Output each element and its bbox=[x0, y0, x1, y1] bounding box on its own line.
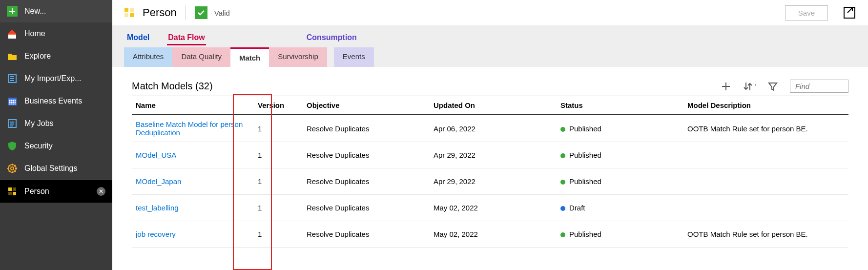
close-icon[interactable]: ✕ bbox=[97, 187, 105, 196]
column-name[interactable]: Name bbox=[132, 96, 254, 114]
status-dot-icon bbox=[560, 180, 565, 185]
import-export-icon bbox=[7, 73, 18, 84]
sidebar-label: Home bbox=[24, 29, 105, 38]
sidebar-label: New... bbox=[24, 7, 105, 16]
cell-status: Published bbox=[557, 172, 683, 190]
tab-model[interactable]: Model bbox=[126, 31, 150, 45]
home-icon bbox=[7, 28, 18, 39]
content: Match Models (32) Name Version Objective bbox=[112, 67, 868, 270]
tab-data-flow[interactable]: Data Flow bbox=[167, 31, 206, 45]
table-row[interactable]: MOdel_Japan1Resolve DuplicatesApr 29, 20… bbox=[132, 168, 848, 195]
filter-icon[interactable] bbox=[766, 80, 779, 93]
sidebar-item-new[interactable]: New... bbox=[0, 0, 112, 22]
table-row[interactable]: job recovery1Resolve DuplicatesMay 02, 2… bbox=[132, 221, 848, 248]
status-dot-icon bbox=[560, 153, 565, 158]
subtab-data-quality[interactable]: Data Quality bbox=[172, 47, 230, 67]
find-input[interactable] bbox=[790, 80, 848, 93]
cell-version: 1 bbox=[254, 120, 303, 138]
table-header: Name Version Objective Updated On Status… bbox=[132, 96, 848, 115]
gear-icon bbox=[7, 163, 18, 174]
cell-updated: Apr 29, 2022 bbox=[430, 172, 557, 190]
svg-rect-9 bbox=[13, 187, 16, 191]
subtab-survivorship[interactable]: Survivorship bbox=[269, 47, 327, 67]
cell-name[interactable]: job recovery bbox=[132, 225, 254, 243]
cell-name[interactable]: MOdel_Japan bbox=[132, 172, 254, 190]
column-objective[interactable]: Objective bbox=[303, 96, 430, 114]
cell-version: 1 bbox=[254, 199, 303, 217]
cell-description bbox=[683, 150, 848, 160]
cell-name[interactable]: MOdel_USA bbox=[132, 146, 254, 164]
svg-rect-8 bbox=[8, 187, 12, 191]
subtab-match[interactable]: Match bbox=[230, 47, 269, 67]
subtab-events[interactable]: Events bbox=[334, 47, 374, 67]
tab-consumption[interactable]: Consumption bbox=[306, 31, 358, 45]
svg-rect-11 bbox=[13, 192, 16, 195]
cell-status: Published bbox=[557, 146, 683, 164]
sidebar-item-security[interactable]: Security bbox=[0, 135, 112, 157]
jobs-icon bbox=[7, 118, 18, 129]
sidebar-label: Security bbox=[24, 142, 105, 150]
check-icon bbox=[195, 6, 207, 19]
cell-updated: Apr 29, 2022 bbox=[430, 146, 557, 164]
svg-rect-12 bbox=[124, 8, 128, 12]
cell-objective: Resolve Duplicates bbox=[303, 225, 430, 243]
topbar: Person Valid Save bbox=[112, 0, 868, 25]
shield-icon bbox=[7, 141, 18, 151]
list-title: Match Models (32) bbox=[132, 81, 720, 92]
svg-rect-15 bbox=[130, 13, 134, 17]
external-link-icon[interactable] bbox=[842, 5, 857, 21]
cell-description: OOTB Match Rule set for person BE. bbox=[683, 120, 848, 138]
cell-version: 1 bbox=[254, 146, 303, 164]
sidebar-label: My Jobs bbox=[24, 119, 105, 128]
sidebar-label: Global Settings bbox=[24, 164, 105, 173]
list-header: Match Models (32) bbox=[132, 80, 848, 93]
status-dot-icon bbox=[560, 232, 565, 237]
cell-objective: Resolve Duplicates bbox=[303, 146, 430, 164]
column-version[interactable]: Version bbox=[254, 96, 303, 114]
cell-name[interactable]: Baseline Match Model for person Deduplic… bbox=[132, 115, 254, 142]
tabband: Model Data Flow Consumption Attributes D… bbox=[112, 25, 868, 67]
divider bbox=[186, 5, 186, 20]
sidebar-label: My Import/Exp... bbox=[24, 74, 105, 83]
cell-updated: May 02, 2022 bbox=[430, 225, 557, 243]
folder-icon bbox=[7, 51, 18, 62]
svg-point-7 bbox=[11, 167, 14, 170]
sidebar-item-home[interactable]: Home bbox=[0, 22, 112, 45]
sidebar-item-import-export[interactable]: My Import/Exp... bbox=[0, 67, 112, 90]
sidebar-item-global-settings[interactable]: Global Settings bbox=[0, 157, 112, 180]
cell-description: OOTB Match Rule set for person BE. bbox=[683, 225, 848, 243]
cell-version: 1 bbox=[254, 172, 303, 190]
cell-status: Published bbox=[557, 120, 683, 138]
table-body: Baseline Match Model for person Deduplic… bbox=[132, 115, 848, 248]
sidebar-item-explore[interactable]: Explore bbox=[0, 45, 112, 67]
status-dot-icon bbox=[560, 127, 565, 132]
main: Person Valid Save Model Data Flow Consum… bbox=[112, 0, 868, 270]
svg-rect-13 bbox=[130, 8, 134, 12]
column-status[interactable]: Status bbox=[557, 96, 683, 114]
sort-icon[interactable] bbox=[743, 80, 756, 93]
sidebar-item-my-jobs[interactable]: My Jobs bbox=[0, 112, 112, 135]
sidebar-item-person-active[interactable]: Person ✕ bbox=[0, 180, 112, 203]
table-row[interactable]: test_labelling1Resolve DuplicatesMay 02,… bbox=[132, 195, 848, 221]
cell-status: Published bbox=[557, 225, 683, 243]
save-button[interactable]: Save bbox=[785, 5, 828, 21]
cell-objective: Resolve Duplicates bbox=[303, 120, 430, 138]
table-row[interactable]: MOdel_USA1Resolve DuplicatesApr 29, 2022… bbox=[132, 142, 848, 168]
subtab-attributes[interactable]: Attributes bbox=[124, 47, 172, 67]
cell-objective: Resolve Duplicates bbox=[303, 172, 430, 190]
match-models-table: Name Version Objective Updated On Status… bbox=[132, 96, 848, 248]
cell-name[interactable]: test_labelling bbox=[132, 199, 254, 217]
add-icon[interactable] bbox=[720, 80, 732, 93]
sidebar-label: Business Events bbox=[24, 97, 105, 105]
table-row[interactable]: Baseline Match Model for person Deduplic… bbox=[132, 115, 848, 142]
person-entity-icon bbox=[123, 6, 136, 19]
cell-objective: Resolve Duplicates bbox=[303, 199, 430, 217]
sidebar: New... Home Explore My Import/Exp... Bus… bbox=[0, 0, 112, 270]
column-description[interactable]: Model Description bbox=[683, 96, 848, 114]
sidebar-item-business-events[interactable]: Business Events bbox=[0, 90, 112, 112]
valid-label: Valid bbox=[214, 9, 230, 17]
plus-icon bbox=[7, 6, 18, 17]
svg-rect-14 bbox=[124, 13, 128, 17]
column-updated[interactable]: Updated On bbox=[430, 96, 557, 114]
cell-version: 1 bbox=[254, 225, 303, 243]
